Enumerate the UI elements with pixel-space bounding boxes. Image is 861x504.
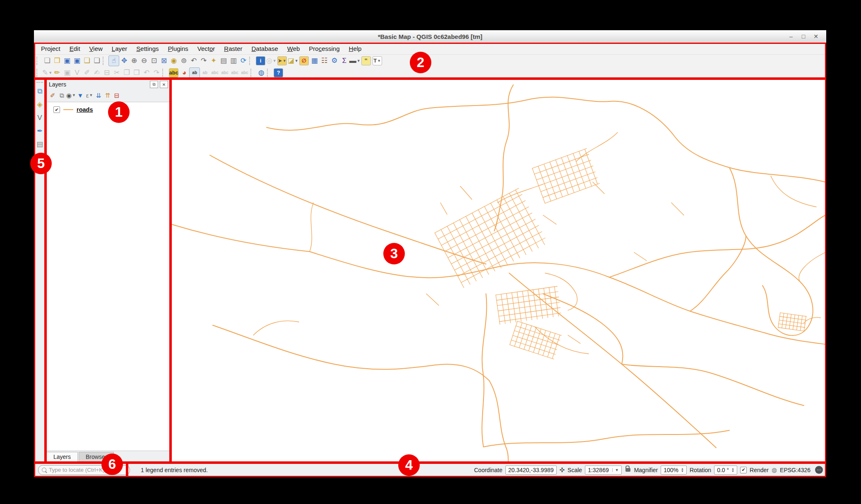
dropdown-arrow-icon[interactable]: ▼	[72, 93, 76, 97]
epsg-button[interactable]: EPSG:4326	[780, 467, 810, 473]
new-spatialite-layer-icon[interactable]: ✒	[35, 126, 45, 136]
measure-line-icon[interactable]: ▬▼	[349, 56, 361, 66]
dropdown-arrow-icon[interactable]: ▼	[295, 59, 298, 63]
help-contents-icon[interactable]: ?	[274, 68, 283, 77]
layer-item-roads[interactable]: roads	[47, 102, 169, 113]
lock-scale-icon[interactable]	[625, 468, 630, 472]
metasearch-icon[interactable]: ◍	[256, 68, 266, 78]
close-button[interactable]: ✕	[810, 33, 822, 40]
open-field-calculator-icon[interactable]: ☷	[320, 56, 329, 66]
menu-layer[interactable]: Layer	[107, 44, 132, 53]
menu-web[interactable]: Web	[283, 44, 305, 53]
layer-labeling-icon[interactable]: abc	[169, 68, 178, 77]
show-layout-manager-icon[interactable]: ❏	[92, 56, 102, 66]
pan-map-to-selection-icon[interactable]: ✥	[119, 56, 129, 66]
title-bar[interactable]: *Basic Map - QGIS 0c62abed96 [tm] –□✕	[34, 30, 826, 43]
filter-legend-icon[interactable]: ▼	[76, 91, 85, 100]
toolbar-drag-handle[interactable]	[249, 57, 253, 65]
zoom-to-selection-icon[interactable]: ◉	[169, 56, 179, 66]
layer-tree[interactable]: roads	[46, 102, 170, 451]
zoom-native-resolution-icon[interactable]: ⊡	[149, 56, 159, 66]
menu-view[interactable]: View	[85, 44, 107, 53]
text-annotation-icon[interactable]: T▼	[373, 56, 382, 65]
render-checkbox[interactable]	[740, 467, 747, 473]
new-virtual-layer-icon[interactable]: ▤	[35, 139, 45, 149]
menu-raster[interactable]: Raster	[219, 44, 247, 53]
minimize-button[interactable]: –	[785, 33, 797, 40]
toolbar-drag-handle[interactable]	[267, 69, 271, 77]
show-spatial-bookmarks-icon[interactable]: ▤	[219, 56, 228, 66]
dropdown-arrow-icon[interactable]: ▼	[283, 59, 286, 63]
layer-diagram-icon[interactable]: ◕	[179, 68, 189, 78]
save-project-as-icon[interactable]: ▣	[72, 56, 82, 66]
remove-layer-icon[interactable]: ⊟	[112, 91, 121, 100]
layer-visibility-checkbox[interactable]	[53, 106, 60, 113]
menu-processing[interactable]: Processing	[304, 44, 344, 53]
toolbar-drag-handle[interactable]	[250, 69, 255, 77]
select-features-by-value-icon[interactable]: ◪▼	[288, 56, 298, 66]
processing-toolbox-icon[interactable]: ⚙	[329, 56, 339, 66]
toolbar-drag-handle[interactable]	[36, 69, 41, 77]
new-spatial-bookmark-icon[interactable]: ✦	[209, 56, 219, 66]
filter-by-expression-icon[interactable]: ε▼	[85, 91, 94, 100]
open-project-icon[interactable]: ❒	[52, 56, 62, 66]
toolbar-drag-handle[interactable]	[103, 57, 107, 65]
statistical-summary-icon[interactable]: Σ	[339, 56, 349, 66]
maximize-button[interactable]: □	[797, 33, 810, 40]
identify-features-icon[interactable]: i	[256, 56, 265, 65]
tab-browser[interactable]: Browser	[79, 452, 114, 462]
dropdown-arrow-icon[interactable]: ▼	[48, 71, 52, 75]
map-tips-icon[interactable]: ❞	[361, 56, 371, 65]
magnifier-input[interactable]: 100%▲▼	[661, 466, 687, 475]
toolbar-drag-handle[interactable]	[162, 69, 166, 77]
menu-plugins[interactable]: Plugins	[164, 44, 193, 53]
float-panel-button[interactable]: ⧉	[150, 81, 158, 88]
chevron-down-icon[interactable]: ▼	[612, 468, 619, 472]
show-bookmark-manager-icon[interactable]: ▥	[228, 56, 238, 66]
dropdown-arrow-icon[interactable]: ▼	[357, 59, 361, 63]
zoom-next-icon[interactable]: ↷	[199, 56, 209, 66]
open-layer-styling-icon[interactable]: ✐	[48, 91, 57, 100]
menu-help[interactable]: Help	[344, 44, 366, 53]
zoom-in-icon[interactable]: ⊕	[129, 56, 139, 66]
dropdown-arrow-icon[interactable]: ▼	[273, 59, 277, 63]
new-shapefile-layer-icon[interactable]: V	[35, 113, 45, 122]
zoom-last-icon[interactable]: ↶	[189, 56, 199, 66]
menu-vector[interactable]: Vector	[193, 44, 220, 53]
locate-search-input[interactable]: Type to locate (Ctrl+K)	[38, 465, 130, 475]
layer-name[interactable]: roads	[77, 106, 93, 113]
coordinate-input[interactable]: 20.3420,-33.9989	[505, 466, 557, 475]
menu-settings[interactable]: Settings	[132, 44, 163, 53]
collapse-all-icon[interactable]: ⇈	[103, 91, 112, 100]
expand-all-icon[interactable]: ⇊	[94, 91, 103, 100]
menu-project[interactable]: Project	[36, 44, 65, 53]
deselect-features-icon[interactable]: ∅	[299, 56, 309, 65]
dropdown-arrow-icon[interactable]: ▼	[89, 93, 93, 97]
close-panel-button[interactable]: ✕	[160, 81, 168, 88]
dropdown-arrow-icon[interactable]: ▼	[377, 59, 381, 63]
manage-map-themes-icon[interactable]: ◉▼	[66, 91, 76, 100]
new-print-layout-icon[interactable]: ❏	[82, 56, 92, 66]
save-project-icon[interactable]: ▣	[62, 56, 72, 66]
rotation-spinner[interactable]: ▲▼	[731, 468, 734, 473]
scale-combobox[interactable]: 1:32869▼	[585, 466, 622, 475]
menu-database[interactable]: Database	[247, 44, 283, 53]
magnifier-spinner[interactable]: ▲▼	[681, 468, 684, 473]
zoom-to-layer-icon[interactable]: ⊚	[179, 56, 189, 66]
rotation-input[interactable]: 0.0 °▲▼	[714, 466, 737, 475]
new-project-icon[interactable]: ❏	[42, 56, 52, 66]
messages-icon[interactable]: ⋯	[815, 466, 823, 474]
select-features-icon[interactable]: ➤▼	[277, 56, 287, 65]
new-geopackage-layer-icon[interactable]: ◈	[35, 99, 45, 109]
zoom-full-icon[interactable]: ⊠	[159, 56, 169, 66]
zoom-out-icon[interactable]: ⊖	[139, 56, 149, 66]
add-group-icon[interactable]: ⧉	[57, 91, 66, 100]
toggle-extents-icon[interactable]: ✜	[560, 466, 565, 474]
open-attribute-table-icon[interactable]: ▦	[310, 56, 320, 66]
highlight-pinned-labels-icon[interactable]: ab	[189, 67, 200, 78]
tab-layers[interactable]: Layers	[46, 452, 78, 462]
map-canvas[interactable]	[171, 79, 826, 463]
toolbar-drag-handle[interactable]	[36, 82, 43, 83]
menu-edit[interactable]: Edit	[65, 44, 85, 53]
pan-map-icon[interactable]: ☝	[108, 55, 119, 66]
